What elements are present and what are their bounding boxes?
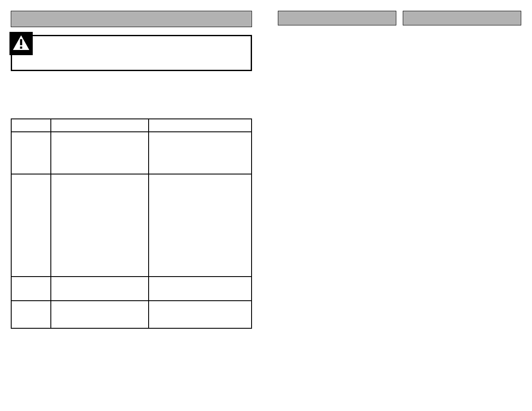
section-header-bar — [278, 11, 396, 25]
table-cell — [51, 132, 149, 174]
svg-rect-2 — [20, 47, 22, 49]
table-cell — [149, 132, 252, 174]
table-cell — [51, 301, 149, 328]
table-header-cell — [51, 119, 149, 132]
table-header-cell — [149, 119, 252, 132]
table-cell — [11, 277, 51, 301]
warning-callout — [11, 35, 252, 71]
table-cell — [11, 132, 51, 174]
svg-rect-1 — [20, 39, 22, 45]
table-row — [11, 174, 252, 277]
table-cell — [51, 277, 149, 301]
table-row — [11, 301, 252, 328]
table-cell — [149, 174, 252, 277]
table-header-row — [11, 119, 252, 132]
data-table — [11, 118, 252, 329]
section-header-bar — [403, 11, 521, 25]
table-header-cell — [11, 119, 51, 132]
table-cell — [149, 301, 252, 328]
table-cell — [11, 174, 51, 277]
table-cell — [149, 277, 252, 301]
table-row — [11, 132, 252, 174]
table-row — [11, 277, 252, 301]
warning-icon — [9, 32, 33, 55]
section-header-bar — [11, 11, 252, 27]
table-cell — [11, 301, 51, 328]
table-cell — [51, 174, 149, 277]
